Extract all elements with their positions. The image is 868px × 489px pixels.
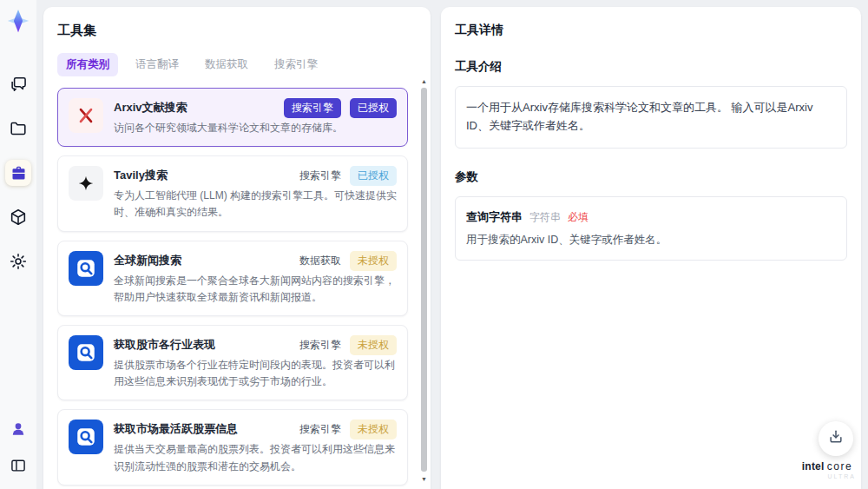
toolbox-icon[interactable]: [5, 160, 31, 186]
intro-heading: 工具介绍: [455, 59, 847, 75]
tab-search-engine[interactable]: 搜索引擎: [266, 53, 326, 76]
tool-category-badge: 搜索引擎: [284, 98, 341, 118]
params-heading: 参数: [455, 169, 847, 185]
core-brand-text: core: [827, 460, 852, 472]
tool-category-badge: 搜索引擎: [299, 169, 341, 183]
tool-list-panel: 工具集 所有类别 语言翻译 数据获取 搜索引擎 Arxiv文献搜索 访问各个研究…: [43, 7, 431, 489]
blue-search-icon: [69, 251, 103, 286]
tool-description: 提供股票市场各个行业在特定时间段内的表现。投资者可以利用这些信息来识别表现优于或…: [114, 357, 397, 390]
category-tabs: 所有类别 语言翻译 数据获取 搜索引擎: [57, 53, 418, 76]
detail-title: 工具详情: [455, 23, 847, 38]
left-rail: [0, 0, 36, 489]
parameter-box: 查询字符串 字符串 必填 用于搜索的Arxiv ID、关键字或作者姓名。: [455, 196, 847, 261]
tab-language-translation[interactable]: 语言翻译: [127, 53, 187, 76]
param-description: 用于搜索的Arxiv ID、关键字或作者姓名。: [466, 233, 836, 248]
tool-card[interactable]: Tavily搜索 专为人工智能代理 (LLM) 构建的搜索引擎工具。可快速提供实…: [57, 155, 408, 231]
tool-description: 专为人工智能代理 (LLM) 构建的搜索引擎工具。可快速提供实时、准确和真实的结…: [114, 188, 397, 221]
tool-card[interactable]: 获取股市各行业表现 提供股票市场各个行业在特定时间段内的表现。投资者可以利用这些…: [57, 325, 408, 400]
tool-status-badge: 未授权: [350, 420, 397, 439]
app-logo-icon: [4, 7, 32, 35]
tool-category-badge: 搜索引擎: [299, 422, 341, 437]
tool-description: 全球新闻搜索是一个聚合全球各大新闻网站内容的搜索引擎，帮助用户快速获取全球最新资…: [114, 273, 397, 306]
settings-icon[interactable]: [5, 248, 31, 274]
user-avatar-icon[interactable]: [5, 416, 31, 442]
tool-status-badge: 已授权: [350, 98, 397, 118]
intel-core-logo: intel core ULTRA: [799, 461, 856, 480]
tool-status-badge: 未授权: [350, 335, 397, 355]
tool-badges: 搜索引擎 已授权: [299, 166, 397, 186]
ultra-brand-text: ULTRA: [799, 473, 856, 480]
intro-box: 一个用于从Arxiv存储库搜索科学论文和文章的工具。 输入可以是Arxiv ID…: [455, 86, 847, 149]
cube-icon[interactable]: [5, 204, 31, 230]
tool-status-badge: 已授权: [350, 166, 397, 186]
scroll-up-icon[interactable]: ▲: [420, 78, 428, 84]
intel-brand-text: intel: [802, 460, 825, 472]
scroll-down-icon[interactable]: ▼: [420, 476, 428, 482]
sparkle-icon: [69, 166, 103, 201]
blue-search-icon: [69, 420, 103, 454]
intro-text: 一个用于从Arxiv存储库搜索科学论文和文章的工具。 输入可以是Arxiv ID…: [466, 99, 836, 135]
download-button[interactable]: [819, 421, 853, 456]
tab-data-fetching[interactable]: 数据获取: [196, 53, 257, 76]
tool-category-badge: 数据获取: [299, 254, 341, 268]
scrollbar-thumb[interactable]: [421, 88, 427, 472]
param-name: 查询字符串: [466, 209, 523, 225]
tool-badges: 搜索引擎 未授权: [299, 335, 397, 355]
tool-badges: 搜索引擎 未授权: [299, 420, 397, 439]
tool-detail-panel: 工具详情 工具介绍 一个用于从Arxiv存储库搜索科学论文和文章的工具。 输入可…: [441, 7, 861, 489]
tool-card[interactable]: 获取市场最活跃股票信息 提供当天交易量最高的股票列表。投资者可以利用这些信息来识…: [57, 409, 408, 485]
folder-icon[interactable]: [5, 116, 31, 142]
tool-category-badge: 搜索引擎: [299, 338, 341, 353]
tool-card[interactable]: 全球新闻搜索 全球新闻搜索是一个聚合全球各大新闻网站内容的搜索引擎，帮助用户快速…: [57, 241, 408, 316]
param-required-badge: 必填: [568, 210, 589, 225]
page-title: 工具集: [57, 23, 418, 39]
blue-search-icon: [69, 335, 103, 370]
arxiv-logo-icon: [69, 98, 103, 133]
tab-all-categories[interactable]: 所有类别: [57, 53, 118, 76]
tool-description: 访问各个研究领域大量科学论文和文章的存储库。: [114, 120, 397, 136]
tool-list: Arxiv文献搜索 访问各个研究领域大量科学论文和文章的存储库。 搜索引擎 已授…: [57, 88, 418, 489]
tool-badges: 数据获取 未授权: [299, 251, 397, 271]
chat-icon[interactable]: [5, 71, 31, 97]
download-icon: [827, 428, 845, 449]
param-type: 字符串: [529, 210, 561, 225]
tool-status-badge: 未授权: [350, 251, 397, 271]
scrollbar[interactable]: ▲ ▼: [420, 76, 428, 489]
tool-description: 提供当天交易量最高的股票列表。投资者可以利用这些信息来识别流动性强的股票和潜在的…: [114, 441, 397, 474]
tool-card[interactable]: Arxiv文献搜索 访问各个研究领域大量科学论文和文章的存储库。 搜索引擎 已授…: [57, 88, 408, 147]
panel-toggle-icon[interactable]: [5, 453, 31, 479]
tool-badges: 搜索引擎 已授权: [284, 98, 397, 118]
